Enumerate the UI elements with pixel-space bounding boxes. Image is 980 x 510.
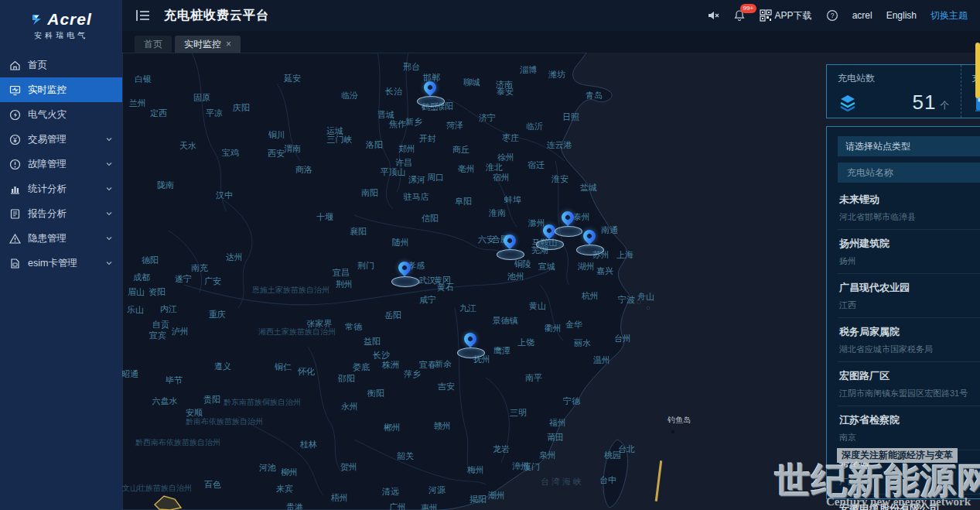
map-city-label: 新余 [435, 358, 452, 370]
station-list-item[interactable]: 未来锂动充电桩数:5河北省邯郸市临漳县 [838, 186, 980, 230]
sidebar-item-esim[interactable]: esim卡管理 [0, 251, 122, 276]
map-city-label: 淄博 [520, 64, 537, 76]
tab-home[interactable]: 首页 [135, 36, 172, 53]
map-city-label: 聊城 [463, 77, 480, 88]
tab-label: 实时监控 [184, 38, 221, 51]
qr-code-icon [760, 9, 772, 22]
station-name: 宏图路厂区 [839, 369, 890, 383]
map-city-label: 庆阳 [233, 102, 250, 114]
notification-bell-icon[interactable]: 99+ [733, 9, 746, 22]
map-city-label: 临汾 [341, 90, 358, 101]
theme-switch-link[interactable]: 切换主题 [930, 9, 968, 22]
map-city-label: 贵港 [286, 501, 303, 510]
map-city-label: 阜阳 [455, 196, 472, 207]
map-city-label: 成都 [133, 272, 150, 283]
chevron-down-icon [105, 259, 113, 267]
username[interactable]: acrel [852, 10, 872, 21]
map-city-label: 广安 [204, 276, 221, 287]
map-city-label: 淮南 [489, 207, 506, 219]
map-city-label: 延安 [284, 73, 301, 84]
station-list-item[interactable]: 江苏省检察院充电桩数:8南京 [838, 406, 980, 450]
station-search-input[interactable] [845, 166, 980, 179]
map-city-label: 咸宁 [419, 294, 436, 306]
map-city-label: 亳州 [458, 163, 475, 175]
map-city-label: 潮州 [488, 490, 505, 501]
pin-ring [417, 96, 445, 107]
sidebar-item-stats[interactable]: 统计分析 [0, 176, 122, 201]
station-location: 江阴市南闸镇东盟园区宏图路31号 [839, 388, 980, 399]
help-icon[interactable]: ? [826, 9, 838, 22]
pin-ring [497, 249, 524, 260]
map-city-label: 贺州 [340, 461, 357, 473]
map-city-label: 商丘 [452, 144, 470, 156]
map-city-label: 韶关 [397, 450, 414, 462]
sidebar-item-fire[interactable]: 电气火灾 [0, 102, 122, 127]
map-city-label: 台中 [599, 474, 616, 486]
map-city-label: 泉州 [539, 450, 556, 461]
language-switch[interactable]: English [886, 10, 917, 21]
map-city-label: 九江 [459, 303, 476, 314]
map-city-label: 台州 [614, 333, 631, 344]
map-city-label: 昭通 [122, 368, 138, 380]
map-city-label: 湖州 [578, 261, 595, 272]
sidebar-item-trade[interactable]: 交易管理 [0, 127, 122, 152]
map-city-label: 泰安 [497, 86, 514, 98]
station-list-panel: 请选择站点类型 未来锂动充电桩数:5河北省邯郸市临漳县扬州建筑院充电桩数:9扬州… [826, 126, 980, 499]
map-city-label: 荆门 [357, 260, 374, 272]
pin-ring [536, 239, 564, 250]
station-count-unit: 个 [941, 93, 950, 112]
map-city-label: 龙岩 [493, 443, 510, 455]
map-city-label: 宁波 [618, 294, 635, 306]
site-type-select[interactable]: 请选择站点类型 [838, 136, 980, 156]
sidebar-item-report[interactable]: 报告分析 [0, 201, 122, 226]
map-city-label: 文山壮族苗族自治州 [122, 483, 192, 494]
map-city-label: 黔南布依族苗族自治州 [186, 416, 263, 427]
map-city-label: 漯河 [408, 174, 425, 186]
stats-card: 充电站数 51 个 充电桩数 608 个 [826, 64, 980, 118]
map-city-label: 襄阳 [350, 226, 367, 238]
map-city-label: 梅州 [467, 464, 484, 476]
mute-icon[interactable] [707, 9, 719, 22]
fire-icon [9, 109, 21, 121]
station-count-value: 51 [913, 91, 937, 115]
station-name: 江苏省检察院 [839, 413, 900, 427]
map-city-label: 定西 [150, 108, 167, 119]
map-city-label: 资阳 [149, 286, 166, 298]
map-city-label: 泸州 [172, 326, 189, 337]
map-city-label: 娄底 [353, 361, 370, 373]
sidebar-item-label: 首页 [28, 59, 113, 72]
map-city-label: 恩施土家族苗族自治州 [252, 285, 330, 296]
svg-text:?: ? [830, 12, 834, 19]
scrollbar-thumb[interactable] [975, 43, 980, 98]
map-city-label: 郑州 [398, 143, 415, 155]
station-list-item[interactable]: 广昌现代农业园充电桩数:14江西 [838, 274, 980, 318]
map-city-label: 德阳 [142, 255, 159, 266]
station-location: 湖北省应城市国家税务局 [839, 344, 980, 355]
app-download-button[interactable]: APP下载 [760, 9, 812, 22]
map-city-label: 湘西土家族苗族自治州 [258, 327, 336, 337]
map-city-label: 遵义 [214, 361, 231, 372]
sidebar-item-hazard[interactable]: 隐患管理 [0, 226, 122, 251]
station-list-item[interactable]: 税务局家属院充电桩数:8湖北省应城市国家税务局 [838, 318, 980, 362]
station-list-item[interactable]: 宏图路厂区充电桩数:29江阴市南闸镇东盟园区宏图路31号 [838, 362, 980, 406]
sidebar-item-realtime[interactable]: 实时监控 [0, 77, 122, 102]
sidebar-item-home[interactable]: 首页 [0, 53, 122, 77]
map-city-label: 潍坊 [548, 69, 565, 80]
map-city-label: 天水 [179, 140, 196, 152]
station-location: 南京 [839, 432, 980, 443]
map-city-label: 衡阳 [367, 388, 384, 399]
map-city-label: 怀化 [298, 366, 315, 378]
map-city-label: 台北 [618, 443, 635, 455]
map-city-label: 萍乡 [404, 368, 421, 380]
close-icon[interactable]: × [226, 39, 231, 49]
map-city-label: 六盘水 [152, 395, 178, 407]
map-city-label: 揭阳 [470, 494, 487, 505]
map-city-label: 平顶山 [381, 166, 406, 178]
collapse-menu-icon[interactable] [136, 9, 150, 22]
sidebar-item-fault[interactable]: 故障管理 [0, 152, 122, 176]
chevron-down-icon [105, 234, 113, 242]
tab-realtime[interactable]: 实时监控× [175, 36, 241, 53]
map-city-label: 株洲 [382, 359, 399, 371]
station-count-label: 充电站数 [838, 72, 950, 85]
station-list-item[interactable]: 扬州建筑院充电桩数:9扬州 [838, 230, 980, 274]
